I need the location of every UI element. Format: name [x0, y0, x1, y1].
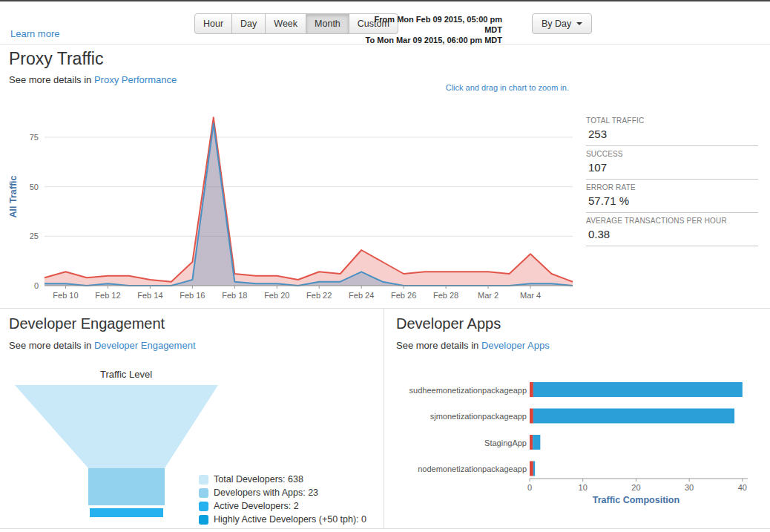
caret-down-icon	[576, 22, 582, 25]
developer-engagement-section: Developer Engagement See more details in…	[0, 309, 384, 529]
date-range-from: From Mon Feb 09 2015, 05:00 pm MDT	[363, 14, 502, 35]
svg-text:30: 30	[685, 483, 694, 492]
chart-zoom-hint: Click and drag in chart to zoom in.	[367, 83, 569, 92]
date-range-text: From Mon Feb 09 2015, 05:00 pm MDT To Mo…	[363, 14, 502, 45]
svg-text:Feb 16: Feb 16	[180, 291, 205, 300]
svg-text:sudheemonetizationpackageapp: sudheemonetizationpackageapp	[409, 386, 527, 395]
stat-success: SUCCESS 107	[586, 146, 758, 180]
svg-text:20: 20	[631, 483, 640, 492]
stat-value: 57.71 %	[586, 194, 758, 207]
legend-label: Total Developers: 638	[214, 474, 303, 485]
learn-more-link[interactable]: Learn more	[10, 28, 59, 39]
legend-item: Developers with Apps: 23	[199, 487, 366, 499]
svg-text:All Traffic: All Traffic	[8, 175, 19, 217]
developer-apps-bar-chart[interactable]: sudheemonetizationpackageappsjmonetizati…	[396, 374, 764, 511]
legend-item: Highly Active Developers (+50 tph): 0	[199, 513, 366, 525]
svg-text:10: 10	[579, 483, 588, 492]
funnel-legend: Total Developers: 638 Developers with Ap…	[199, 473, 366, 527]
proxy-traffic-chart[interactable]: 0255075Feb 10Feb 12Feb 14Feb 16Feb 18Feb…	[0, 100, 575, 308]
proxy-traffic-title: Proxy Traffic	[9, 49, 103, 69]
svg-text:Feb 20: Feb 20	[264, 291, 289, 300]
svg-text:40: 40	[738, 483, 747, 492]
range-button-hour[interactable]: Hour	[194, 13, 232, 34]
developer-apps-link[interactable]: Developer Apps	[481, 340, 550, 351]
svg-text:StagingApp: StagingApp	[484, 439, 527, 447]
svg-text:Mar 2: Mar 2	[478, 291, 498, 300]
proxy-traffic-section: Proxy Traffic See more details in Proxy …	[0, 45, 770, 308]
svg-text:sjmonetizationpackageapp: sjmonetizationpackageapp	[430, 412, 527, 421]
range-button-week[interactable]: Week	[265, 13, 306, 34]
legend-swatch-total-developers	[199, 475, 208, 485]
svg-text:Feb 24: Feb 24	[349, 291, 374, 300]
developer-apps-title: Developer Apps	[396, 315, 501, 332]
subtitle-prefix: See more details in	[396, 340, 481, 351]
group-by-label: By Day	[542, 19, 571, 29]
svg-text:Feb 22: Feb 22	[306, 291, 332, 300]
bottom-row: Developer Engagement See more details in…	[0, 308, 770, 529]
svg-text:25: 25	[30, 231, 39, 240]
svg-text:nodemonetizationpackageapp: nodemonetizationpackageapp	[418, 464, 527, 473]
proxy-traffic-chart-svg[interactable]: 0255075Feb 10Feb 12Feb 14Feb 16Feb 18Feb…	[0, 100, 575, 308]
legend-label: Developers with Apps: 23	[214, 487, 318, 498]
proxy-performance-link[interactable]: Proxy Performance	[94, 74, 177, 85]
traffic-stats-panel: TOTAL TRAFFIC 253 SUCCESS 107 ERROR RATE…	[586, 113, 758, 246]
stat-value: 253	[586, 128, 758, 140]
stat-label: ERROR RATE	[586, 183, 758, 191]
stat-total-traffic: TOTAL TRAFFIC 253	[586, 113, 758, 146]
legend-swatch-developers-with-apps	[199, 488, 208, 498]
developer-engagement-title: Developer Engagement	[9, 315, 165, 332]
stat-value: 107	[586, 161, 758, 174]
proxy-traffic-subtitle: See more details in Proxy Performance	[9, 74, 177, 85]
legend-label: Active Developers: 2	[214, 501, 299, 511]
range-button-day[interactable]: Day	[231, 13, 266, 34]
stat-label: AVERAGE TRANSACTIONS PER HOUR	[586, 217, 758, 225]
svg-text:Feb 26: Feb 26	[391, 291, 416, 300]
stat-avg-tph: AVERAGE TRANSACTIONS PER HOUR 0.38	[586, 213, 758, 246]
svg-text:Feb 28: Feb 28	[433, 291, 458, 300]
svg-text:50: 50	[30, 183, 39, 191]
svg-text:75: 75	[30, 133, 39, 142]
range-button-month[interactable]: Month	[306, 13, 349, 34]
svg-text:0: 0	[34, 281, 39, 290]
group-by-dropdown-button[interactable]: By Day	[532, 13, 592, 34]
legend-label: Highly Active Developers (+50 tph): 0	[214, 514, 366, 525]
svg-text:Feb 12: Feb 12	[95, 291, 120, 300]
developer-apps-section: Developer Apps See more details in Devel…	[384, 309, 770, 529]
svg-text:Mar 4: Mar 4	[520, 291, 541, 300]
svg-text:Feb 10: Feb 10	[53, 291, 78, 300]
developer-engagement-subtitle: See more details in Developer Engagement	[9, 340, 196, 351]
svg-text:Feb 18: Feb 18	[222, 291, 247, 300]
stat-label: SUCCESS	[586, 150, 758, 158]
developer-apps-subtitle: See more details in Developer Apps	[396, 340, 550, 351]
stat-label: TOTAL TRAFFIC	[586, 116, 758, 125]
funnel-chart-title: Traffic Level	[15, 369, 237, 380]
developer-engagement-link[interactable]: Developer Engagement	[94, 340, 196, 351]
svg-text:Feb 14: Feb 14	[137, 291, 162, 300]
subtitle-prefix: See more details in	[9, 340, 94, 351]
legend-item: Total Developers: 638	[199, 473, 366, 485]
topbar: Learn more Hour Day Week Month Custom Fr…	[0, 1, 770, 45]
stat-value: 0.38	[586, 228, 758, 240]
legend-swatch-active-developers	[199, 502, 208, 511]
svg-text:0: 0	[527, 483, 532, 492]
svg-text:Traffic Composition: Traffic Composition	[593, 495, 679, 505]
legend-swatch-highly-active-developers	[199, 515, 208, 525]
stat-error-rate: ERROR RATE 57.71 %	[586, 180, 758, 213]
legend-item: Active Developers: 2	[199, 500, 366, 512]
subtitle-prefix: See more details in	[9, 74, 94, 85]
date-range-to: To Mon Mar 09 2015, 06:00 pm MDT	[363, 35, 502, 45]
